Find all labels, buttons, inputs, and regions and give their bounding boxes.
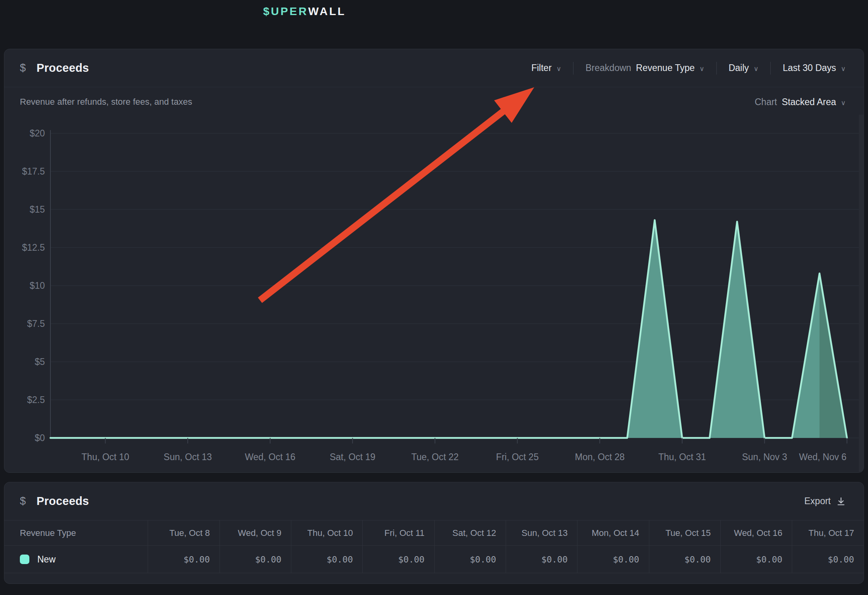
proceeds-chart-card: $ Proceeds Filter ∨ Breakdown Revenue Ty…	[4, 49, 864, 473]
currency-value: $0.00	[470, 555, 496, 564]
logo-rest-text: WALL	[308, 5, 346, 18]
value-cell: $0.00	[649, 546, 720, 573]
x-axis-label: Sat, Oct 19	[330, 452, 375, 462]
table-row: New$0.00$0.00$0.00$0.00$0.00$0.00$0.00$0…	[4, 546, 864, 573]
y-axis-label: $17.5	[22, 166, 45, 177]
value-cell: $0.00	[291, 546, 362, 573]
column-header-date: Wed, Oct 16	[720, 520, 792, 546]
chevron-down-icon: ∨	[841, 65, 846, 72]
column-header-date: Wed, Oct 9	[219, 520, 291, 546]
chart-controls: Filter ∨ Breakdown Revenue Type ∨ Daily …	[531, 62, 846, 75]
chevron-down-icon: ∨	[841, 100, 846, 106]
dollar-icon: $	[20, 62, 26, 74]
currency-value: $0.00	[255, 555, 281, 564]
table-card-title: Proceeds	[37, 495, 89, 508]
breakdown-label: Breakdown	[585, 63, 631, 73]
currency-value: $0.00	[613, 555, 639, 564]
top-navigation-bar: $UPERWALL	[0, 0, 868, 49]
x-axis-label: Thu, Oct 10	[81, 452, 129, 462]
currency-value: $0.00	[685, 555, 711, 564]
chart-type-label: Chart	[754, 97, 777, 107]
column-header-date: Mon, Oct 14	[577, 520, 649, 546]
series-name: New	[37, 554, 56, 565]
column-header-revenue-type: Revenue Type	[4, 520, 148, 546]
value-cell: $0.00	[148, 546, 219, 573]
interval-value: Daily	[729, 63, 749, 73]
chevron-down-icon: ∨	[699, 65, 704, 72]
chevron-down-icon: ∨	[754, 65, 758, 72]
proceeds-table: Revenue TypeTue, Oct 8Wed, Oct 9Thu, Oct…	[4, 520, 864, 573]
series-color-swatch	[20, 555, 29, 564]
value-cell: $0.00	[792, 546, 864, 573]
y-axis-label: $15	[30, 204, 45, 215]
value-cell: $0.00	[363, 546, 434, 573]
column-header-date: Tue, Oct 8	[148, 520, 219, 546]
column-header-date: Sat, Oct 12	[434, 520, 506, 546]
y-axis-label: $2.5	[27, 395, 45, 405]
x-axis-label: Wed, Nov 6	[799, 452, 847, 462]
column-header-date: Thu, Oct 10	[291, 520, 362, 546]
column-header-date: Thu, Oct 17	[792, 520, 864, 546]
value-cell: $0.00	[434, 546, 506, 573]
logo-accent-text: $UPER	[263, 5, 308, 18]
chart-type-value: Stacked Area	[782, 97, 836, 107]
dollar-icon: $	[20, 495, 26, 507]
x-axis-label: Mon, Oct 28	[575, 452, 624, 462]
chart-card-header: $ Proceeds Filter ∨ Breakdown Revenue Ty…	[4, 49, 864, 87]
currency-value: $0.00	[828, 555, 854, 564]
value-cell: $0.00	[720, 546, 792, 573]
table-card-header: $ Proceeds Export	[4, 482, 864, 520]
chart-subtitle: Revenue after refunds, store fees, and t…	[20, 97, 192, 107]
breakdown-dropdown[interactable]: Breakdown Revenue Type ∨	[585, 63, 704, 73]
separator	[716, 62, 717, 75]
filter-dropdown[interactable]: Filter ∨	[531, 63, 562, 73]
chart-subtitle-row: Revenue after refunds, store fees, and t…	[4, 87, 864, 117]
value-cell: $0.00	[577, 546, 649, 573]
column-header-date: Sun, Oct 13	[506, 520, 577, 546]
filter-label: Filter	[531, 63, 552, 73]
column-header-date: Fri, Oct 11	[363, 520, 434, 546]
separator	[573, 62, 574, 75]
y-axis-label: $0	[35, 433, 45, 443]
interval-dropdown[interactable]: Daily ∨	[729, 63, 759, 73]
chevron-down-icon: ∨	[556, 65, 561, 72]
x-axis-label: Sun, Nov 3	[742, 452, 787, 462]
y-axis-label: $12.5	[22, 242, 45, 253]
superwall-logo[interactable]: $UPERWALL	[263, 5, 346, 18]
currency-value: $0.00	[756, 555, 782, 564]
value-cell: $0.00	[506, 546, 577, 573]
area-series-new	[50, 220, 847, 438]
export-label: Export	[804, 496, 831, 507]
export-button[interactable]: Export	[804, 496, 846, 507]
x-axis-label: Thu, Oct 31	[658, 452, 706, 462]
y-axis-label: $10	[30, 280, 45, 291]
currency-value: $0.00	[398, 555, 424, 564]
column-header-date: Tue, Oct 15	[649, 520, 720, 546]
y-axis-label: $5	[35, 357, 45, 367]
proceeds-table-card: $ Proceeds Export Revenue TypeTue, Oct 8…	[4, 482, 864, 584]
table-header-row: Revenue TypeTue, Oct 8Wed, Oct 9Thu, Oct…	[4, 520, 864, 546]
x-axis-label: Wed, Oct 16	[245, 452, 295, 462]
value-cell: $0.00	[219, 546, 291, 573]
separator	[770, 62, 771, 75]
currency-value: $0.00	[327, 555, 353, 564]
stacked-area-chart[interactable]: $0$2.5$5$7.5$10$12.5$15$17.5$20Thu, Oct …	[4, 117, 864, 473]
chart-type-dropdown[interactable]: Chart Stacked Area ∨	[754, 97, 846, 107]
y-axis-label: $20	[30, 128, 45, 138]
breakdown-value: Revenue Type	[636, 63, 695, 73]
date-range-value: Last 30 Days	[783, 63, 836, 73]
date-range-dropdown[interactable]: Last 30 Days ∨	[783, 63, 846, 73]
currency-value: $0.00	[541, 555, 568, 564]
y-axis-label: $7.5	[27, 319, 45, 329]
chart-card-title: Proceeds	[37, 61, 89, 75]
x-axis-label: Fri, Oct 25	[496, 452, 539, 462]
download-icon	[836, 497, 846, 506]
x-axis-label: Sun, Oct 13	[164, 452, 212, 462]
row-label-cell: New	[4, 546, 148, 573]
x-axis-label: Tue, Oct 22	[411, 452, 458, 462]
currency-value: $0.00	[183, 555, 210, 564]
